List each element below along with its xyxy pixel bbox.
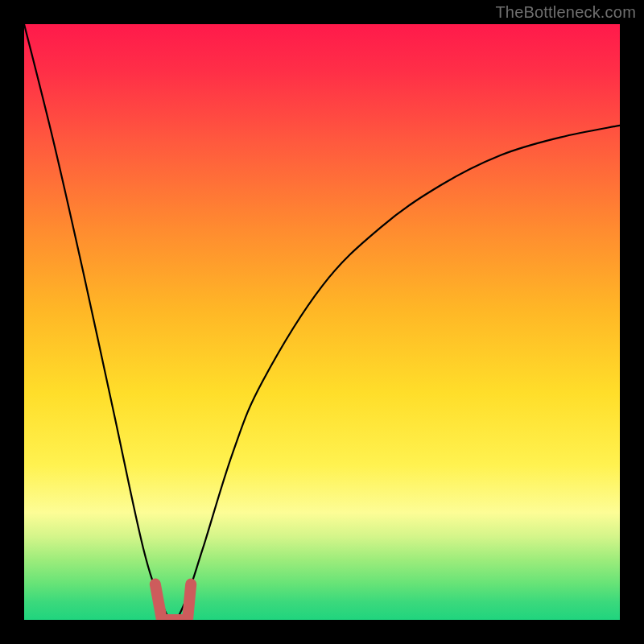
curve-svg bbox=[24, 24, 620, 620]
watermark-text: TheBottleneck.com bbox=[495, 3, 636, 22]
bottleneck-curve bbox=[24, 24, 620, 620]
chart-frame: TheBottleneck.com bbox=[0, 0, 644, 644]
plot-area bbox=[24, 24, 620, 620]
curve-highlight bbox=[155, 584, 191, 620]
